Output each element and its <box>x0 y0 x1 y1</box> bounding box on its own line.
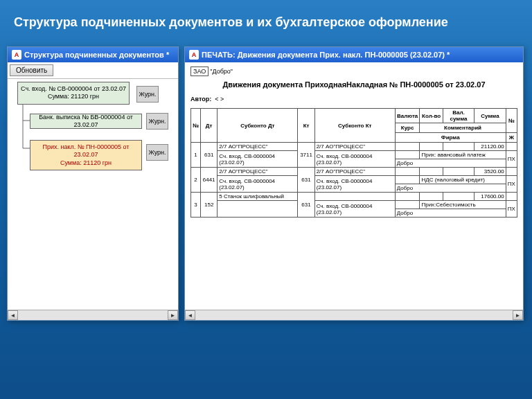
print-body: ЗАО "Добро" Движения документа Приходная… <box>185 62 523 310</box>
cell-subdt1: 2/7 АО"ПРОЦЕСС" <box>218 143 298 151</box>
cell-empty <box>395 201 420 209</box>
cell-kt: 631 <box>298 193 314 218</box>
org-name: "Добро" <box>210 68 233 75</box>
cell-empty <box>420 168 443 176</box>
node-line1: Сч. вход. № СВ-0000004 от 23.02.07 <box>19 85 127 93</box>
cell-firma: Добро <box>395 159 506 168</box>
h-scrollbar[interactable]: ◄ ► <box>185 310 523 320</box>
cell-dt: 631 <box>201 143 218 168</box>
cell-comment: Прих: авансовый платеж <box>420 151 506 159</box>
cell-dt: 152 <box>201 193 218 218</box>
col-no: № <box>191 109 201 143</box>
cell-subkt2: Сч. вход. СВ-0000004 (23.02.07) <box>314 201 395 218</box>
cell-zh: ПХ <box>506 176 517 193</box>
cell-n: 1 <box>191 143 201 168</box>
cell-empty <box>443 168 474 176</box>
cell-empty <box>443 143 474 151</box>
cell-n: 3 <box>191 193 201 218</box>
cell-amount: 17600.00 <box>475 193 506 201</box>
node-line1: Прих. накл. № ПН-0000005 от 23.02.07 <box>32 143 140 159</box>
journal-button[interactable]: Журн. <box>136 86 159 103</box>
slide-title: Структура подчиненных документов и их бу… <box>0 0 532 46</box>
accounting-table: № Дт Субконто Дт Кт Субконто Кт Валюта К… <box>190 108 517 218</box>
cell-empty <box>443 193 474 201</box>
cell-zh: ПХ <box>506 201 517 218</box>
scroll-right-icon[interactable]: ► <box>513 310 523 320</box>
node-line1: Банк. выписка № БВ-0000004 от 23.02.07 <box>32 114 140 130</box>
structure-title-text: Структура подчиненных документов * <box>24 51 169 59</box>
scroll-right-icon[interactable]: ► <box>168 310 178 320</box>
author-row: Автор: < > <box>190 96 517 103</box>
cell-empty <box>506 168 517 176</box>
cell-subkt1: 2/7 АО"ПРОЦЕСС" <box>314 168 395 176</box>
cell-zh: ПХ <box>506 151 517 168</box>
col-dt: Дт <box>201 109 218 143</box>
cell-subkt2: Сч. вход. СВ-0000004 (23.02.07) <box>314 176 395 193</box>
structure-body: Обновить Сч. вход. № СВ-0000004 от 23.02… <box>8 62 178 310</box>
node-line2: Сумма: 21120 грн <box>32 159 140 167</box>
col-valuta: Валюта <box>395 109 420 123</box>
table-row: 1 631 2/7 АО"ПРОЦЕСС" 3711 2/7 АО"ПРОЦЕС… <box>191 143 517 151</box>
col-comment: Комментарий <box>420 123 506 133</box>
cell-empty <box>420 193 443 201</box>
print-window: A ПЕЧАТЬ: Движения документа Прих. накл.… <box>184 46 524 321</box>
col-zh: Ж <box>506 133 517 143</box>
tree-node-bank-statement[interactable]: Банк. выписка № БВ-0000004 от 23.02.07 <box>30 114 142 129</box>
author-value: < > <box>215 96 224 103</box>
panels-container: A Структура подчиненных документов * Обн… <box>0 46 532 321</box>
cell-subkt1: 2/7 АО"ПРОЦЕСС" <box>314 143 395 151</box>
cell-empty <box>395 168 420 176</box>
refresh-button[interactable]: Обновить <box>10 64 53 76</box>
table-row: 2 6441 2/7 АО"ПРОЦЕСС" 631 2/7 АО"ПРОЦЕС… <box>191 168 517 176</box>
col-kurs: Курс <box>395 123 420 133</box>
cell-firma: Добро <box>395 184 506 193</box>
node-line2: Сумма: 21120 грн <box>19 93 127 100</box>
cell-firma: Добро <box>395 209 506 218</box>
print-title-text: ПЕЧАТЬ: Движения документа Прих. накл. П… <box>202 51 450 59</box>
cell-empty <box>420 143 443 151</box>
cell-subdt1: 5 Станок шлифовальный <box>218 193 298 201</box>
tree-node-receipt-invoice[interactable]: Прих. накл. № ПН-0000005 от 23.02.07 Сум… <box>30 140 142 170</box>
col-no2: № <box>506 109 517 133</box>
cell-comment: НДС (налоговый кредит) <box>420 176 506 184</box>
cell-subdt2: Сч. вход. СВ-0000004 (23.02.07) <box>218 151 298 168</box>
org-prefix: ЗАО <box>190 66 209 76</box>
col-sub-kt: Субконто Кт <box>314 109 395 143</box>
cell-amount: 3520.00 <box>475 168 506 176</box>
cell-subkt1 <box>314 193 395 201</box>
journal-button[interactable]: Журн. <box>146 144 168 161</box>
table-body: 1 631 2/7 АО"ПРОЦЕСС" 3711 2/7 АО"ПРОЦЕС… <box>191 143 517 218</box>
cell-subkt2: Сч. вход. СВ-0000004 (23.02.07) <box>314 151 395 168</box>
journal-button[interactable]: Журн. <box>146 113 168 130</box>
cell-empty <box>395 143 420 151</box>
app-icon: A <box>189 50 199 60</box>
cell-subdt2 <box>218 201 298 218</box>
h-scrollbar[interactable]: ◄ ► <box>8 310 178 320</box>
col-summa: Сумма <box>475 109 506 123</box>
tree-node-invoice-in[interactable]: Сч. вход. № СВ-0000004 от 23.02.07 Сумма… <box>17 82 130 105</box>
scroll-left-icon[interactable]: ◄ <box>185 310 195 320</box>
col-kolvo: Кол-во <box>420 109 443 123</box>
cell-kt: 3711 <box>298 143 314 168</box>
cell-empty <box>395 151 420 159</box>
table-row: 3 152 5 Станок шлифовальный 631 17600.00 <box>191 193 517 201</box>
col-sub-dt: Субконто Дт <box>218 109 298 143</box>
doc-heading: Движения документа ПриходнаяНакладная № … <box>190 80 517 89</box>
cell-subdt2: Сч. вход. СВ-0000004 (23.02.07) <box>218 176 298 193</box>
scroll-left-icon[interactable]: ◄ <box>8 310 18 320</box>
cell-comment: Прих:Себестоимость <box>420 201 506 209</box>
tree-connectors <box>8 79 178 301</box>
table-row: Сч. вход. СВ-0000004 (23.02.07) Прих:Себ… <box>191 201 517 209</box>
cell-kt: 631 <box>298 168 314 193</box>
cell-amount: 21120.00 <box>475 143 506 151</box>
author-label: Автор: <box>190 96 211 103</box>
col-valsum: Вал. сумма <box>443 109 474 123</box>
table-row: Сч. вход. СВ-0000004 (23.02.07) Сч. вход… <box>191 151 517 159</box>
structure-window: A Структура подчиненных документов * Обн… <box>7 46 179 321</box>
cell-empty <box>395 176 420 184</box>
cell-dt: 6441 <box>201 168 218 193</box>
print-titlebar: A ПЕЧАТЬ: Движения документа Прих. накл.… <box>185 47 523 62</box>
app-icon: A <box>12 50 21 60</box>
col-kt: Кт <box>298 109 314 143</box>
cell-empty <box>395 193 420 201</box>
